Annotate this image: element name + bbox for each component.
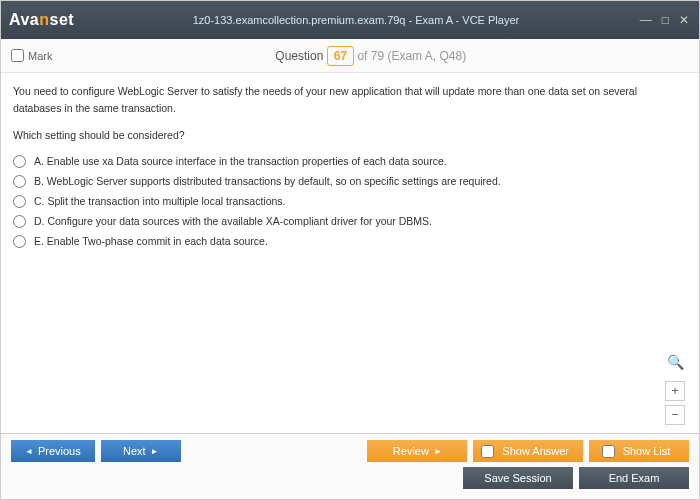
titlebar: Avanset 1z0-133.examcollection.premium.e… bbox=[1, 1, 699, 39]
logo-text-accent: n bbox=[39, 11, 49, 28]
option-c-label: C. Split the transaction into multiple l… bbox=[34, 193, 286, 210]
previous-button[interactable]: Previous bbox=[11, 440, 95, 462]
option-e[interactable]: E. Enable Two-phase commit in each data … bbox=[13, 233, 687, 250]
next-button[interactable]: Next bbox=[101, 440, 181, 462]
content-area: You need to configure WebLogic Server to… bbox=[1, 73, 699, 433]
option-d-radio[interactable] bbox=[13, 215, 26, 228]
option-d-label: D. Configure your data sources with the … bbox=[34, 213, 432, 230]
question-indicator: Question 67 of 79 (Exam A, Q48) bbox=[52, 46, 689, 66]
question-total: of 79 (Exam A, Q48) bbox=[357, 49, 466, 63]
option-b[interactable]: B. WebLogic Server supports distributed … bbox=[13, 173, 687, 190]
window-title: 1z0-133.examcollection.premium.exam.79q … bbox=[74, 14, 638, 26]
maximize-icon[interactable]: □ bbox=[660, 13, 671, 27]
footer-row-1: Previous Next Review Show Answer Show Li… bbox=[11, 440, 689, 462]
zoom-controls: 🔍 + − bbox=[665, 351, 685, 425]
window-controls: — □ ✕ bbox=[638, 13, 691, 27]
review-button[interactable]: Review bbox=[367, 440, 467, 462]
option-b-label: B. WebLogic Server supports distributed … bbox=[34, 173, 501, 190]
app-logo: Avanset bbox=[9, 11, 74, 29]
logo-text-prefix: Ava bbox=[9, 11, 39, 28]
logo-text-suffix: set bbox=[50, 11, 75, 28]
mark-checkbox[interactable] bbox=[11, 49, 24, 62]
footer-row-2: Save Session End Exam bbox=[11, 467, 689, 489]
minimize-icon[interactable]: — bbox=[638, 13, 654, 27]
show-answer-checkbox[interactable] bbox=[481, 445, 494, 458]
option-a-radio[interactable] bbox=[13, 155, 26, 168]
option-c-radio[interactable] bbox=[13, 195, 26, 208]
option-e-radio[interactable] bbox=[13, 235, 26, 248]
save-session-button[interactable]: Save Session bbox=[463, 467, 573, 489]
question-label: Question bbox=[275, 49, 323, 63]
zoom-in-button[interactable]: + bbox=[665, 381, 685, 401]
show-answer-button[interactable]: Show Answer bbox=[473, 440, 583, 462]
show-list-button[interactable]: Show List bbox=[589, 440, 689, 462]
question-number: 67 bbox=[327, 46, 354, 66]
end-exam-button[interactable]: End Exam bbox=[579, 467, 689, 489]
show-list-label: Show List bbox=[623, 445, 671, 457]
option-d[interactable]: D. Configure your data sources with the … bbox=[13, 213, 687, 230]
show-list-checkbox[interactable] bbox=[602, 445, 615, 458]
footer: Previous Next Review Show Answer Show Li… bbox=[1, 433, 699, 497]
option-a[interactable]: A. Enable use xa Data source interface i… bbox=[13, 153, 687, 170]
option-b-radio[interactable] bbox=[13, 175, 26, 188]
question-stem: You need to configure WebLogic Server to… bbox=[13, 83, 687, 117]
close-icon[interactable]: ✕ bbox=[677, 13, 691, 27]
question-prompt: Which setting should be considered? bbox=[13, 127, 687, 144]
option-a-label: A. Enable use xa Data source interface i… bbox=[34, 153, 447, 170]
mark-checkbox-area[interactable]: Mark bbox=[11, 49, 52, 62]
subheader: Mark Question 67 of 79 (Exam A, Q48) bbox=[1, 39, 699, 73]
show-answer-label: Show Answer bbox=[502, 445, 569, 457]
mark-label: Mark bbox=[28, 50, 52, 62]
search-icon[interactable]: 🔍 bbox=[667, 351, 684, 373]
zoom-out-button[interactable]: − bbox=[665, 405, 685, 425]
option-c[interactable]: C. Split the transaction into multiple l… bbox=[13, 193, 687, 210]
option-e-label: E. Enable Two-phase commit in each data … bbox=[34, 233, 268, 250]
options-list: A. Enable use xa Data source interface i… bbox=[13, 153, 687, 249]
